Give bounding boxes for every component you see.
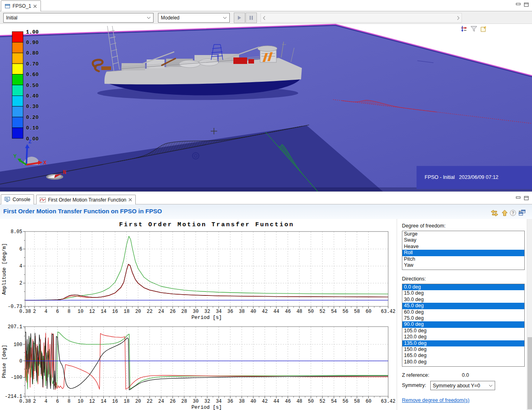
direction-option[interactable]: 15.0 deg bbox=[402, 290, 524, 296]
direction-option[interactable]: 150.0 deg bbox=[402, 346, 524, 353]
svg-text:18: 18 bbox=[124, 309, 129, 314]
svg-text:34: 34 bbox=[216, 309, 222, 314]
svg-text:28: 28 bbox=[181, 309, 187, 314]
application-window: FPSO_1 Initial Modeled bbox=[0, 0, 532, 410]
svg-text:40: 40 bbox=[250, 309, 256, 314]
minimize-icon[interactable] bbox=[516, 196, 521, 200]
page-title: First Order Motion Transfer Function on … bbox=[3, 208, 162, 215]
dof-option[interactable]: Sway bbox=[402, 237, 524, 243]
direction-option[interactable]: 135.0 deg bbox=[402, 340, 524, 346]
dof-listbox[interactable]: SurgeSwayHeaveRollPitchYaw bbox=[402, 231, 525, 270]
maximize-icon[interactable] bbox=[524, 196, 529, 200]
view-combobox[interactable]: Modeled bbox=[158, 13, 230, 23]
legend-tick-label: 0.80 bbox=[26, 50, 38, 56]
swap-axes-button[interactable] bbox=[490, 209, 498, 217]
minimize-icon[interactable] bbox=[516, 2, 521, 6]
svg-text:42: 42 bbox=[262, 309, 267, 314]
play-button[interactable] bbox=[234, 13, 245, 23]
dof-option[interactable]: Roll bbox=[402, 250, 524, 256]
svg-text:28: 28 bbox=[181, 399, 187, 404]
condition-combobox[interactable]: Initial bbox=[3, 13, 154, 23]
symmetry-select-value: Symmetry about Y=0 bbox=[433, 383, 480, 389]
scrollbar-thumb[interactable] bbox=[528, 337, 532, 409]
3d-viewport[interactable]: 1.000.900.800.700.600.500.400.300.200.10… bbox=[0, 23, 532, 191]
svg-text:12: 12 bbox=[89, 399, 95, 404]
svg-text:12: 12 bbox=[89, 309, 95, 314]
remove-dof-link[interactable]: Remove degree of freedom(s) bbox=[402, 397, 470, 403]
svg-text:10: 10 bbox=[78, 399, 83, 404]
directions-listbox[interactable]: 0.0 deg15.0 deg30.0 deg45.0 deg60.0 deg7… bbox=[402, 284, 525, 367]
window-icon bbox=[5, 4, 11, 9]
history-nav-bar bbox=[261, 13, 462, 23]
detach-view-button[interactable] bbox=[518, 209, 526, 217]
close-icon[interactable] bbox=[33, 4, 37, 8]
tab-label: First Order Motion Transfer Function bbox=[48, 197, 126, 203]
dof-option[interactable]: Yaw bbox=[402, 262, 524, 268]
phase-chart: 0.38246810121416182022242628303234363840… bbox=[0, 323, 396, 410]
viewport-tab-bar: FPSO_1 bbox=[0, 0, 532, 11]
series-90-0-deg bbox=[25, 332, 388, 389]
panel-controls bbox=[516, 196, 529, 200]
direction-option[interactable]: 30.0 deg bbox=[402, 297, 524, 303]
view-combobox-value: Modeled bbox=[161, 15, 179, 21]
direction-option[interactable]: 90.0 deg bbox=[402, 321, 524, 327]
direction-option[interactable]: 180.0 deg bbox=[402, 359, 524, 365]
play-icon bbox=[237, 15, 241, 20]
svg-text:8: 8 bbox=[68, 399, 71, 404]
chevron-left-icon[interactable] bbox=[263, 16, 266, 20]
maximize-icon[interactable] bbox=[524, 2, 529, 7]
legend-tick-label: 0.30 bbox=[26, 104, 38, 110]
tab-label: Console bbox=[13, 197, 30, 202]
svg-text:16: 16 bbox=[112, 309, 118, 314]
scrollbar[interactable] bbox=[527, 219, 532, 410]
pause-button[interactable] bbox=[246, 13, 257, 23]
svg-text:4: 4 bbox=[45, 399, 47, 404]
direction-option[interactable]: 75.0 deg bbox=[402, 315, 524, 321]
helideck bbox=[258, 46, 277, 51]
svg-text:6: 6 bbox=[56, 309, 59, 314]
svg-text:4: 4 bbox=[45, 309, 47, 314]
stern-piping bbox=[101, 66, 111, 70]
close-icon[interactable] bbox=[128, 198, 132, 202]
dof-option[interactable]: Surge bbox=[402, 231, 524, 237]
legend-tick-label: 1.00 bbox=[26, 29, 38, 35]
svg-text:56: 56 bbox=[342, 399, 348, 404]
direction-option[interactable]: 120.0 deg bbox=[402, 334, 524, 340]
tab-transfer-function[interactable]: First Order Motion Transfer Function bbox=[36, 195, 135, 205]
svg-text:36: 36 bbox=[227, 309, 233, 314]
chart-icon bbox=[40, 197, 46, 202]
viewport-overlay: FPSO - Initial 2023/06/09 07:12 bbox=[417, 166, 532, 189]
chevron-right-icon[interactable] bbox=[457, 16, 460, 20]
svg-text:44: 44 bbox=[273, 309, 279, 314]
symmetry-select[interactable]: Symmetry about Y=0 bbox=[430, 381, 495, 390]
svg-text:60: 60 bbox=[365, 309, 371, 314]
move-up-button[interactable] bbox=[500, 209, 508, 217]
legend-tick-label: 0.20 bbox=[26, 115, 38, 121]
symmetry-label: Symmetry: bbox=[402, 382, 426, 388]
direction-option[interactable]: 165.0 deg bbox=[402, 353, 524, 359]
svg-text:2: 2 bbox=[33, 399, 36, 404]
svg-text:40: 40 bbox=[250, 399, 256, 404]
settings-panel: Degree of freedom: SurgeSwayHeaveRollPit… bbox=[397, 219, 527, 410]
directions-label: Directions: bbox=[402, 276, 426, 282]
direction-option[interactable]: 0.0 deg bbox=[402, 284, 524, 290]
legend-tick-label: 0.50 bbox=[26, 83, 38, 89]
y-axis-title: Amplitude [deg/m] bbox=[2, 243, 7, 295]
dof-option[interactable]: Heave bbox=[402, 244, 524, 250]
svg-text:0.38: 0.38 bbox=[19, 399, 31, 404]
direction-option[interactable]: 60.0 deg bbox=[402, 309, 524, 315]
tab-fpso-1[interactable]: FPSO_1 bbox=[1, 0, 41, 11]
condition-combobox-value: Initial bbox=[6, 15, 17, 21]
layout-windows-icon bbox=[518, 210, 526, 216]
svg-text:58: 58 bbox=[354, 309, 360, 314]
help-button[interactable]: ? bbox=[509, 209, 517, 217]
direction-option[interactable]: 105.0 deg bbox=[402, 328, 524, 334]
svg-text:32: 32 bbox=[204, 309, 210, 314]
svg-text:2: 2 bbox=[19, 280, 22, 286]
svg-text:52: 52 bbox=[319, 399, 325, 404]
tab-console[interactable]: Console bbox=[1, 194, 34, 204]
dof-option[interactable]: Pitch bbox=[402, 256, 524, 262]
direction-option[interactable]: 45.0 deg bbox=[402, 303, 524, 309]
phase-chart-host: 0.38246810121416182022242628303234363840… bbox=[0, 323, 396, 410]
bottom-tab-bar: Console First Order Motion Transfer Func… bbox=[0, 194, 532, 204]
